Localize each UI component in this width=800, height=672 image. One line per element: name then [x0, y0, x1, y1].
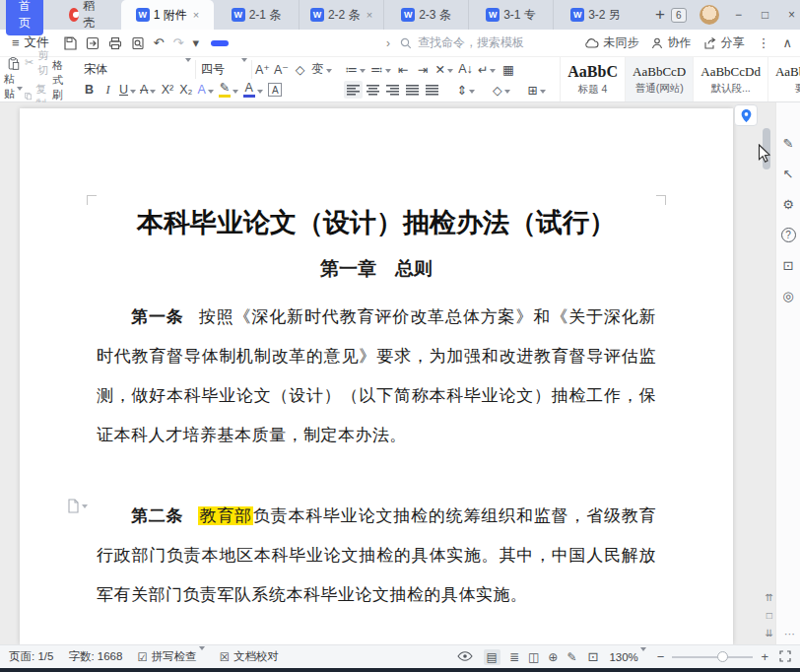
style-normal-web[interactable]: AaBbCcD 普通(网站) [625, 57, 693, 101]
word-count[interactable]: 字数: 1668 [68, 649, 122, 664]
highlight-color-icon[interactable]: ✎ [217, 81, 240, 99]
select-browse-object-icon[interactable]: □ [767, 610, 772, 621]
zoom-slider[interactable] [672, 656, 753, 658]
increase-font-icon[interactable]: A⁺ [253, 60, 272, 78]
location-pin-button[interactable] [734, 104, 758, 126]
print-preview-icon[interactable] [131, 36, 145, 50]
doc-tab-1-attachment[interactable]: W 1 附件 × [121, 0, 214, 30]
bold-icon[interactable]: B [80, 81, 99, 99]
border-icon[interactable]: ⊞ [513, 81, 548, 99]
distribute-icon[interactable] [423, 81, 441, 99]
sort-icon[interactable]: A↓ [456, 60, 475, 78]
format-painter-button[interactable]: 格式刷 [52, 57, 70, 101]
underline-icon[interactable]: U [117, 81, 138, 99]
decrease-font-icon[interactable]: A⁻ [272, 60, 291, 78]
doc-tab-2-3[interactable]: W 2-3 条 [383, 0, 468, 30]
adjust-settings-icon[interactable]: ⚙ [782, 197, 794, 212]
zoom-in-button[interactable]: + [761, 649, 768, 664]
superscript-icon[interactable]: X² [158, 81, 176, 99]
ribbon-overflow-icon[interactable]: › [386, 36, 390, 50]
subscript-icon[interactable]: X₂ [176, 81, 195, 99]
strikethrough-icon[interactable]: A [138, 81, 158, 99]
chinese-layout-icon[interactable]: ✕ [433, 60, 455, 78]
next-page-icon[interactable]: ⇊ [766, 628, 773, 638]
font-size-select[interactable]: 四号 [197, 60, 252, 79]
document-proofread-toggle[interactable]: ☒ 文档校对 [220, 649, 279, 664]
fullscreen-icon[interactable] [779, 650, 791, 664]
doc-tab-2-1[interactable]: W 2-1 条 [214, 0, 299, 30]
style-key-points[interactable]: AaBbCcDc 要点 [767, 57, 800, 101]
command-search[interactable]: 查找命令，搜索模板 [400, 34, 548, 51]
character-border-icon[interactable]: A [266, 81, 285, 99]
page-view-icon[interactable]: ▤ [484, 649, 500, 665]
eye-protect-icon[interactable] [457, 651, 473, 663]
align-right-icon[interactable] [383, 81, 402, 99]
clear-format-icon[interactable]: ◇ [291, 60, 309, 78]
image-tool-icon[interactable]: ⊡ [783, 258, 794, 273]
ribbon-tab-references[interactable] [270, 40, 288, 46]
read-view-icon[interactable]: ◫ [528, 650, 539, 664]
share-button[interactable]: 分享 [703, 34, 744, 51]
print-icon[interactable] [108, 36, 122, 50]
ribbon-tab-view[interactable] [309, 40, 327, 46]
vertical-scrollbar[interactable] [761, 102, 772, 585]
ink-icon[interactable]: ✎ [567, 650, 576, 664]
collaborate-button[interactable]: 协作 [651, 34, 691, 51]
avatar[interactable] [700, 5, 719, 25]
font-name-select[interactable]: 宋体 [80, 60, 196, 79]
shading-icon[interactable]: ◇ [478, 81, 512, 99]
maximize-button[interactable]: □ [759, 8, 772, 22]
edit-pen-icon[interactable]: ✎ [783, 136, 794, 151]
ribbon-tab-insert[interactable] [231, 40, 248, 46]
bullet-list-icon[interactable]: ≔ [344, 60, 368, 78]
pinyin-guide-icon[interactable]: 变 [309, 60, 334, 78]
sync-status-button[interactable]: 未同步 [584, 34, 638, 51]
export-pdf-icon[interactable] [86, 36, 100, 50]
ribbon-tab-review[interactable] [290, 40, 307, 46]
cut-button[interactable]: ✂ 剪切 [25, 48, 50, 78]
close-tab-icon[interactable]: × [367, 9, 372, 21]
decrease-indent-icon[interactable]: ⇤ [394, 60, 413, 78]
numbered-list-icon[interactable]: ≕ [368, 60, 393, 78]
ribbon-tab-page-layout[interactable] [250, 40, 268, 46]
fit-page-icon[interactable]: ⊡ [587, 649, 598, 664]
save-icon[interactable] [63, 36, 77, 50]
ribbon-tab-member[interactable] [368, 40, 386, 46]
font-color-icon[interactable]: A [241, 81, 265, 99]
doc-tab-2-2[interactable]: W 2-2 条 × [299, 0, 383, 30]
align-left-icon[interactable] [344, 81, 363, 99]
spell-check-toggle[interactable]: ☑ 拼写检查 [137, 649, 204, 664]
italic-icon[interactable]: I [99, 81, 117, 99]
ribbon-tab-section[interactable] [329, 40, 347, 46]
rail-more-icon[interactable]: ⋯ [784, 628, 797, 640]
close-tab-icon[interactable]: × [193, 9, 199, 21]
paste-options-icon[interactable] [67, 499, 88, 513]
style-default-para[interactable]: AaBbCcDd 默认段... [693, 57, 767, 101]
document-page[interactable]: 本科毕业论文（设计）抽检办法（试行） 第一章 总则 第一条按照《深化新时代教育评… [20, 108, 733, 644]
quick-access-caret-icon[interactable]: ▾ [192, 35, 199, 50]
redo-icon[interactable]: ↷ [173, 35, 184, 50]
style-heading-4[interactable]: AaBbC 标题 4 [560, 57, 625, 101]
line-spacing-icon[interactable]: ⇕ [442, 81, 477, 99]
more-menu-icon[interactable]: ⋮ [757, 35, 769, 50]
select-tool-icon[interactable]: ↖ [783, 167, 794, 181]
undo-icon[interactable]: ↶ [154, 35, 165, 50]
quick-access-icon[interactable]: ◎ [782, 289, 793, 303]
align-center-icon[interactable] [364, 81, 382, 99]
help-icon[interactable]: ? [781, 228, 796, 242]
ribbon-tab-home[interactable] [211, 40, 229, 46]
collapse-ribbon-icon[interactable]: ∧ [782, 35, 792, 50]
notification-badge[interactable]: 6 [671, 8, 687, 23]
previous-page-icon[interactable]: ⇈ [766, 592, 773, 603]
zoom-slider-knob[interactable] [717, 651, 728, 662]
doc-tab-3-2[interactable]: W 3-2 另 [553, 0, 637, 30]
text-effects-icon[interactable]: A [195, 81, 215, 99]
zoom-out-button[interactable]: − [657, 649, 665, 664]
minimize-button[interactable]: − [732, 8, 746, 22]
doc-tab-3-1[interactable]: W 3-1 专 [468, 0, 553, 30]
ribbon-tab-dev-tools[interactable] [349, 40, 367, 46]
outline-view-icon[interactable]: ≣ [509, 650, 519, 664]
close-button[interactable]: × [785, 8, 799, 22]
new-tab-button[interactable]: + [649, 5, 671, 25]
justify-icon[interactable] [403, 81, 422, 99]
